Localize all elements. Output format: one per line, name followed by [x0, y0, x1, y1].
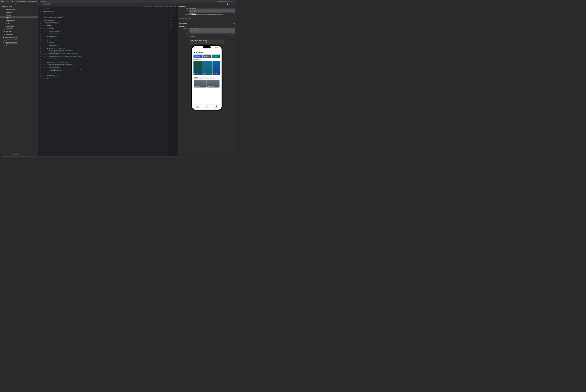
- breadcrumb-item[interactable]: FileInfo.comExampleApp: [153, 6, 162, 7]
- location-select[interactable]: Relative to Group⌄: [190, 11, 235, 12]
- region-card[interactable]: Costa Rica: [193, 61, 202, 75]
- terminal-icon[interactable]: ▬: [40, 156, 40, 158]
- stepper-icon[interactable]: ⇅: [211, 33, 212, 34]
- lifestyle-subcard[interactable]: Travel for a living: [207, 80, 220, 87]
- tree-item-preview-assets[interactable]: 🗂Preview Assets: [0, 35, 38, 37]
- sim-close[interactable]: [191, 40, 192, 41]
- sidebar-toggle-icon[interactable]: ▢: [6, 0, 8, 2]
- tree-item-appdelegate[interactable]: 🔸AppDelegate: [0, 10, 38, 12]
- tree-item-activitiesmockstore[interactable]: 🔸ActivitiesMockStore: [0, 26, 38, 28]
- line-endings-select[interactable]: No Explicit Line Endings⌄: [190, 30, 235, 31]
- next-issue-icon[interactable]: 〉: [176, 6, 177, 7]
- share-icon[interactable]: ⇧: [209, 42, 209, 43]
- editor-tab[interactable]: 🔸 LogInView: [43, 3, 50, 5]
- reveal-icon[interactable]: ⊝: [234, 14, 235, 15]
- tab-project[interactable]: 📘 FileInfo.com Exam...: [16, 0, 27, 2]
- symbol-navigator-icon[interactable]: ⌘: [5, 3, 7, 5]
- encoding-select[interactable]: No Explicit Encoding⌄: [190, 28, 235, 29]
- close-window[interactable]: [1, 1, 2, 2]
- lifestyle-subcard[interactable]: Yoga for Surfers: [194, 80, 206, 87]
- filter-input[interactable]: [3, 156, 36, 158]
- scheme-selector[interactable]: 🎯 SwiftUIStarterKitApp 〉 📱 iPhone 14 Pro: [27, 0, 47, 2]
- tree-item-fileinfo-come---leappuitests[interactable]: 🔸FileInfo.comE...leAppUITests: [0, 43, 38, 44]
- tree-item-info[interactable]: ▤Info: [0, 44, 38, 46]
- scm-icon[interactable]: ▢: [37, 156, 38, 157]
- region-card[interactable]: Cape To: [213, 61, 220, 75]
- tree-item-contentview[interactable]: 🔸ContentView: [0, 14, 38, 15]
- breadcrumb-item[interactable]: FileInfo.com Example: [144, 6, 152, 7]
- help-inspector-icon[interactable]: ?: [231, 3, 231, 4]
- activity-chip[interactable]: ✓ SURFING: [193, 54, 202, 58]
- project-navigator-icon[interactable]: ▤: [1, 3, 2, 5]
- breakpoint-navigator-icon[interactable]: ▭: [16, 3, 18, 5]
- tree-item-fileinfo-comexampleapp[interactable]: ▼📁FileInfo.comExampleApp: [0, 7, 38, 9]
- sim-min[interactable]: [192, 40, 193, 41]
- adjust-editor-icon[interactable]: ≡: [176, 4, 176, 4]
- region-card[interactable]: Bali: [203, 61, 212, 75]
- tree-item-activitiescontentview[interactable]: 🔸ActivitiesContentView: [0, 20, 38, 21]
- activity-chip[interactable]: HIKING: [212, 54, 220, 58]
- breadcrumb-item[interactable]: LogInView: [164, 6, 168, 7]
- activity-indicator[interactable]: [228, 1, 229, 2]
- prev-issue-icon[interactable]: 〈: [174, 6, 175, 7]
- debug-navigator-icon[interactable]: ▦: [14, 3, 16, 5]
- tree-item-launchscreen[interactable]: 📐LaunchScreen: [0, 30, 38, 32]
- tree-item-scenedelegate[interactable]: 🔸SceneDelegate: [0, 12, 38, 14]
- zoom-window[interactable]: [4, 1, 4, 2]
- filter-icon[interactable]: ⊞: [2, 156, 2, 157]
- tree-item-placedetailview[interactable]: 🔸PlaceDetailView: [0, 21, 38, 23]
- tree-item-preview-content[interactable]: ▼📁Preview Content: [0, 34, 38, 35]
- back-icon[interactable]: 〈: [40, 3, 41, 4]
- tree-item-fileinfo-comex---pleappuitests[interactable]: ▼📁FileInfo.comEx...pleAppUITests: [0, 42, 38, 43]
- screenshot-icon[interactable]: 📷: [206, 42, 207, 43]
- tree-item-assets[interactable]: 🗂Assets: [0, 29, 38, 30]
- sim-zoom[interactable]: [194, 40, 194, 41]
- tree-item-loginview[interactable]: 🔸LogInView: [0, 16, 38, 18]
- phone-screen[interactable]: 10:56 📶 📶 🔋 Log Out Activities ✓ SURFING…: [192, 46, 222, 110]
- run-button[interactable]: ▶: [12, 0, 14, 2]
- target-show-button[interactable]: Show: [233, 23, 235, 24]
- code-editor[interactable]: 9import SwiftUI¬10¬11struct LogInView: V…: [38, 7, 168, 156]
- tree-item-tabbarview[interactable]: 🔸TabBarView: [0, 18, 38, 20]
- quick-help-icon[interactable]: ⓘ: [232, 3, 233, 4]
- phone-tab-cart[interactable]: 🛒Cart: [206, 105, 208, 108]
- tree-item-signupview[interactable]: 🔸SignUpView: [0, 15, 38, 16]
- clock-icon[interactable]: ◷: [36, 156, 36, 157]
- report-navigator-icon[interactable]: ▤: [19, 3, 20, 5]
- tree-item-fileinfo-comex---leappapptests[interactable]: ▼📁FileInfo.comEx...leAppAppTests: [0, 37, 38, 38]
- related-items-icon[interactable]: ▦: [39, 4, 40, 4]
- indent-select[interactable]: Spaces⌄: [190, 31, 235, 32]
- error-dot[interactable]: [175, 6, 176, 6]
- editor-options-icon[interactable]: ⇄: [174, 4, 175, 4]
- type-select[interactable]: Default - Swift Source⌄: [190, 9, 235, 11]
- stepper-icon[interactable]: ⇅: [234, 33, 235, 34]
- breadcrumb-item[interactable]: No Selection: [169, 6, 174, 7]
- tree-item-fileinfo-come---mpleapptests[interactable]: 🔸FileInfo.comE...mpleAppTests: [0, 38, 38, 40]
- tree-item-accountview[interactable]: 🔸AccountView: [0, 24, 38, 26]
- test-navigator-icon[interactable]: ◇: [12, 3, 14, 5]
- lifestyle-card[interactable]: Lifestyle Explore, Fashion, Food, music,…: [193, 76, 220, 88]
- tree-item-info[interactable]: ▤Info: [0, 40, 38, 42]
- plus-icon[interactable]: ＋: [230, 0, 232, 2]
- find-navigator-icon[interactable]: 🔍: [8, 3, 9, 5]
- tab-width-input[interactable]: [190, 33, 211, 34]
- library-icon[interactable]: ▢: [233, 0, 235, 2]
- indent-width-input[interactable]: [212, 33, 234, 34]
- issue-navigator-icon[interactable]: ⚠: [10, 3, 12, 5]
- tree-item-fileinfo-com-example[interactable]: ▼📘FileInfo.com Example: [0, 6, 38, 7]
- logout-button[interactable]: Log Out: [193, 49, 220, 51]
- history-inspector-icon[interactable]: ◷: [229, 3, 230, 4]
- breadcrumb-bar[interactable]: FileInfo.com Example〉FileInfo.comExample…: [38, 5, 178, 7]
- home-icon[interactable]: ⌂: [204, 42, 205, 43]
- minimap[interactable]: [168, 7, 178, 156]
- tree-item-uiscrollviewcontroller[interactable]: 🔸UIScrollViewController: [0, 9, 38, 10]
- add-editor-icon[interactable]: ▯: [176, 4, 177, 4]
- error-indicator[interactable]: [225, 1, 226, 2]
- file-inspector-icon[interactable]: 📄: [227, 3, 228, 4]
- wrap-lines-checkbox[interactable]: [190, 36, 190, 37]
- activity-chip[interactable]: SNOWBOARD: [202, 54, 211, 58]
- tree-item-info[interactable]: ▤Info: [0, 32, 38, 34]
- phone-tab-activities[interactable]: ▦Activities: [196, 105, 198, 108]
- tree-item-activitiescartview[interactable]: 🔸ActivitiesCartView: [0, 27, 38, 29]
- phone-tab-account[interactable]: 👤Account: [215, 105, 218, 108]
